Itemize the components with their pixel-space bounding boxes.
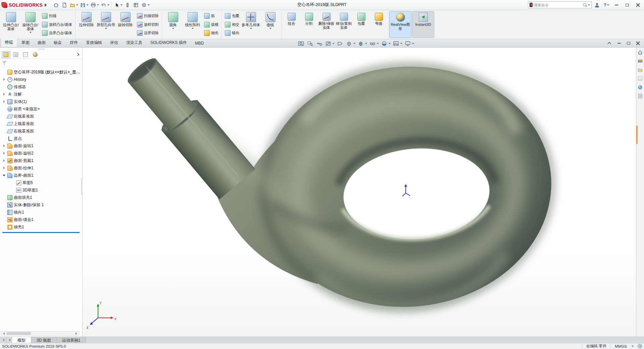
ribbon-toggle-realview-graphics[interactable]: RealView图形 [389, 11, 411, 38]
solid-bodies-expand-arrow[interactable] [3, 100, 6, 103]
units-selector[interactable]: MMGS [615, 344, 627, 348]
annotations-expand-arrow[interactable] [3, 93, 6, 96]
ribbon-button-extruded-cut[interactable]: 拉伸切除 [77, 11, 96, 38]
minimize-button[interactable] [612, 1, 621, 9]
tree-item-body-delete-keep-1[interactable]: 实体-删除/保留 1 [1, 201, 82, 209]
tab-scroll-first-button[interactable] [0, 337, 6, 343]
panel-flyout-button[interactable] [75, 51, 81, 58]
tab-surfaces[interactable]: 曲面 [34, 39, 50, 47]
tree-item-front-plane[interactable]: 前视基准面 [1, 113, 82, 120]
tree-item-mirror-1[interactable]: 镜向1 [1, 209, 82, 216]
save-button[interactable] [79, 1, 89, 9]
graphics-area[interactable]: y x z [83, 48, 636, 337]
print-button[interactable] [90, 1, 100, 9]
apply-scene-button[interactable] [392, 40, 403, 47]
close-button[interactable] [633, 1, 643, 9]
ribbon-button-swept-boss-base[interactable]: 扫描 [40, 12, 74, 20]
collapse-ribbon-button[interactable] [606, 40, 614, 47]
view-settings-dropdown-arrow[interactable] [412, 43, 414, 45]
help-dropdown-arrow[interactable] [607, 4, 609, 7]
ribbon-button-reference-geometry[interactable]: 参考几何体 [241, 11, 260, 38]
new-document-button[interactable] [60, 1, 68, 9]
ribbon-button-fillet[interactable]: 圆角 [163, 11, 183, 38]
tab-sheet-metal[interactable]: 钣金 [50, 39, 66, 47]
tree-item-history[interactable]: History [1, 76, 82, 83]
select-tool-button[interactable] [113, 1, 123, 9]
panel-horizontal-scrollbar[interactable] [1, 331, 80, 336]
tree-item-3d-sketch-1[interactable]: 3D草图1 [1, 186, 82, 194]
ribbon-button-wrap-2[interactable]: 包覆 [353, 11, 370, 38]
section-view-button[interactable] [324, 40, 335, 47]
ribbon-button-combine[interactable]: 组合 [283, 11, 300, 38]
globe-icon[interactable] [638, 344, 642, 348]
ribbon-button-extruded-boss-base[interactable]: 拉伸凸台/基体 [1, 11, 20, 38]
ribbon-toggle-instant3d[interactable]: Instant3D [412, 11, 434, 38]
configuration-manager-tab[interactable] [21, 51, 30, 58]
search-input[interactable] [534, 3, 582, 7]
menu-flyout-arrow-icon[interactable] [45, 3, 49, 7]
edit-appearance-dropdown-arrow[interactable] [389, 43, 391, 45]
ribbon-button-intersect[interactable]: 相交 [223, 20, 241, 29]
tree-item-surface-trim-1[interactable]: 曲面-剪裁1 [1, 157, 82, 164]
surface-revolve-1-expand-arrow[interactable] [3, 144, 6, 148]
display-style-dropdown-arrow[interactable] [365, 43, 367, 45]
tree-item-top-plane[interactable]: 上视基准面 [1, 120, 82, 127]
tree-item-right-plane[interactable]: 右视基准面 [1, 127, 82, 135]
search-magnifier-icon[interactable] [583, 3, 586, 7]
tree-item-material[interactable]: 材质 <未指定> [1, 105, 82, 113]
tree-item-surface-knit-1[interactable]: 曲面-缝合1 [1, 216, 82, 223]
ribbon-button-move-copy-body[interactable]: 移动/复制实体 [335, 11, 352, 38]
bottom-tab-3d-views[interactable]: 3D 视图 [31, 337, 57, 343]
tree-filter-bar[interactable] [0, 59, 82, 67]
tree-item-sketch-5[interactable]: 草图5 [1, 179, 82, 186]
ribbon-button-flex[interactable]: 弯曲 [370, 11, 387, 38]
tree-item-root[interactable]: 空心吊环-2019版 (默认<<默认>_显示状... [1, 68, 82, 76]
3d-model-canvas[interactable]: y x z [83, 48, 636, 337]
app-logo[interactable]: SOLIDWORKS [1, 2, 49, 8]
ribbon-button-hole-wizard[interactable]: 异型孔向导 [96, 11, 115, 38]
select-dropdown-arrow[interactable] [120, 4, 122, 7]
tab-evaluate[interactable]: 评估 [106, 39, 122, 47]
zoom-fit-button[interactable] [297, 40, 305, 47]
fillet-dropdown-arrow[interactable] [172, 28, 174, 30]
command-search-box[interactable] [528, 1, 592, 8]
file-explorer-button[interactable] [637, 66, 644, 73]
ribbon-button-boundary-boss-base[interactable]: 边界凸台/基体 [40, 29, 74, 37]
panel-splitter-grip[interactable] [0, 48, 82, 50]
dynamic-annotation-views-button[interactable] [336, 40, 344, 47]
bottom-tab-motion-study-1[interactable]: 运动算例1 [57, 337, 86, 343]
taskpane-scrollbar-thumb[interactable] [636, 125, 638, 144]
curves-dropdown-arrow[interactable] [269, 28, 271, 30]
tab-direct-editing[interactable]: 直接编辑 [82, 39, 106, 47]
help-button[interactable]: ? [602, 1, 610, 9]
home-button[interactable] [52, 1, 60, 9]
surface-revolve-2-expand-arrow[interactable] [3, 152, 6, 155]
units-dropdown-arrow[interactable] [632, 346, 634, 348]
view-orientation-dropdown-arrow[interactable] [353, 43, 355, 45]
zoom-area-button[interactable] [306, 40, 314, 47]
stem[interactable] [120, 51, 255, 199]
options-button[interactable] [140, 1, 150, 9]
bottom-tab-model[interactable]: 模型 [12, 337, 31, 343]
property-manager-tab[interactable] [11, 51, 20, 58]
tab-sketch[interactable]: 草图 [17, 39, 34, 47]
tab-weldments[interactable]: 焊件 [66, 39, 82, 47]
linear-pattern-dropdown-arrow[interactable] [192, 28, 194, 30]
doc-restore-button[interactable] [625, 40, 633, 47]
ribbon-button-revolved-boss-base[interactable]: 旋转凸台/基体 [21, 11, 40, 38]
save-dropdown-arrow[interactable] [87, 4, 89, 7]
ribbon-button-curves[interactable]: 曲线 [261, 11, 280, 38]
rollback-bar[interactable] [2, 232, 80, 233]
selection-filter-button[interactable] [123, 1, 132, 9]
revolved-boss-base-dropdown-arrow[interactable] [30, 32, 32, 34]
hole-wizard-dropdown-arrow[interactable] [105, 28, 107, 30]
hide-show-dropdown-arrow[interactable] [377, 43, 379, 45]
solidworks-resources-button[interactable] [637, 49, 644, 56]
scrollbar-thumb[interactable] [7, 332, 31, 335]
undo-dropdown-arrow[interactable] [107, 4, 109, 7]
hide-show-items-button[interactable] [368, 40, 380, 47]
tree-item-surface-revolve-1[interactable]: 曲面-旋转1 [1, 142, 82, 150]
tab-mbd[interactable]: MBD [191, 40, 208, 47]
ribbon-button-revolved-cut[interactable]: 旋转切除 [116, 11, 135, 38]
ribbon-button-split[interactable]: 分割 [300, 11, 317, 38]
